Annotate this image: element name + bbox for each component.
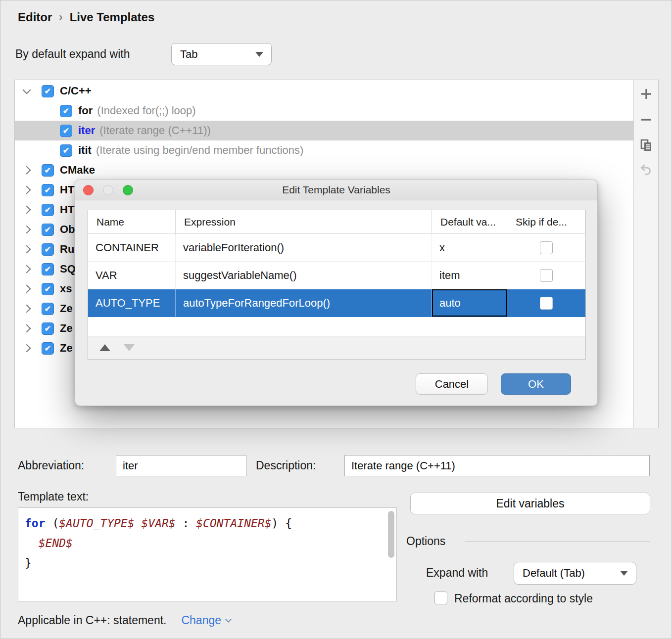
edit-variables-button[interactable]: Edit variables — [410, 493, 650, 514]
cell-expression[interactable]: autoTypeForRangedForLoop() — [176, 289, 432, 317]
checkbox[interactable] — [42, 303, 54, 315]
cell-name[interactable]: AUTO_TYPE — [88, 289, 176, 317]
checkbox[interactable] — [42, 342, 54, 355]
column-header-expression[interactable]: Expression — [176, 210, 432, 233]
template-text-editor[interactable]: for ($AUTO_TYPE$ $VAR$ : $CONTAINER$) { … — [18, 507, 397, 601]
chevron-down-icon[interactable] — [23, 86, 31, 94]
tree-row-group[interactable]: C/C++ — [15, 81, 633, 101]
cell-name[interactable]: VAR — [88, 262, 176, 289]
scrollbar-thumb[interactable] — [388, 511, 394, 558]
cell-expression[interactable]: suggestVariableName() — [176, 262, 432, 289]
tree-group-label: Ru — [60, 243, 74, 256]
dialog-title: Edit Template Variables — [282, 184, 390, 196]
tree-group-label: HT — [60, 183, 74, 196]
column-header-name[interactable]: Name — [88, 210, 176, 233]
cancel-button[interactable]: Cancel — [416, 373, 488, 395]
live-templates-settings-page: Editor › Live Templates By default expan… — [0, 0, 672, 639]
tree-group-label: HT — [60, 203, 74, 216]
breadcrumb-separator: › — [59, 11, 62, 24]
applicable-text: Applicable in C++: statement. — [18, 614, 166, 627]
cell-default-value[interactable]: x — [432, 234, 507, 261]
cell-name[interactable]: CONTAINER — [88, 234, 176, 261]
tree-item-label: iter — [78, 124, 95, 137]
chevron-right-icon[interactable] — [23, 206, 31, 214]
chevron-right-icon[interactable] — [23, 245, 31, 254]
code-line: for ($AUTO_TYPE$ $VAR$ : $CONTAINER$) { — [25, 513, 396, 533]
chevron-right-icon[interactable] — [23, 285, 31, 293]
tree-item-description: (Indexed for(;;) loop) — [97, 104, 195, 117]
column-header-skip-if-defined[interactable]: Skip if de... — [507, 210, 585, 233]
move-down-icon[interactable] — [124, 344, 135, 351]
revert-icon[interactable] — [639, 163, 653, 177]
window-controls — [83, 180, 133, 200]
reformat-checkbox[interactable] — [434, 592, 447, 604]
chevron-right-icon[interactable] — [23, 324, 31, 333]
tree-group-label: Ze — [60, 322, 73, 335]
close-icon[interactable] — [83, 185, 94, 195]
checkbox[interactable] — [42, 263, 54, 275]
chevron-down-icon[interactable] — [225, 616, 232, 623]
move-up-icon[interactable] — [99, 344, 110, 351]
cell-default-value-focused[interactable]: auto — [432, 289, 507, 317]
table-row[interactable]: VAR suggestVariableName() item — [88, 262, 585, 289]
checkbox[interactable] — [42, 85, 54, 97]
tree-row-template[interactable]: for (Indexed for(;;) loop) — [15, 101, 633, 121]
description-input[interactable]: Iterate range (C++11) — [344, 455, 650, 476]
chevron-right-icon[interactable] — [23, 166, 31, 175]
skip-if-defined-checkbox[interactable] — [540, 241, 553, 254]
tree-item-label: itit — [78, 144, 92, 157]
tree-group-label: xs — [60, 282, 72, 295]
table-row[interactable]: CONTAINER variableForIteration() x — [88, 234, 585, 262]
minimize-icon[interactable] — [103, 185, 113, 195]
checkbox[interactable] — [60, 144, 72, 157]
ok-button[interactable]: OK — [501, 373, 571, 395]
skip-if-defined-checkbox[interactable] — [540, 297, 553, 310]
default-expand-label: By default expand with — [15, 47, 130, 61]
add-icon[interactable] — [639, 87, 653, 101]
tree-item-description: (Iterate using begin/end member function… — [96, 144, 303, 157]
tree-row-template[interactable]: itit (Iterate using begin/end member fun… — [15, 140, 633, 160]
change-link[interactable]: Change — [181, 614, 221, 627]
edit-template-variables-dialog: Edit Template Variables Name Expression … — [75, 180, 598, 406]
cell-default-value[interactable]: item — [432, 262, 507, 289]
expand-with-label: Expand with — [426, 566, 488, 580]
checkbox[interactable] — [42, 322, 54, 335]
chevron-right-icon[interactable] — [23, 226, 31, 234]
chevron-right-icon[interactable] — [23, 265, 31, 274]
expand-with-value: Default (Tab) — [523, 567, 585, 580]
checkbox[interactable] — [42, 243, 54, 256]
checkbox[interactable] — [60, 125, 72, 137]
tree-toolbar — [633, 80, 658, 428]
breadcrumb-editor[interactable]: Editor — [18, 10, 52, 24]
checkbox[interactable] — [60, 105, 72, 117]
table-row-selected[interactable]: AUTO_TYPE autoTypeForRangedForLoop() aut… — [88, 289, 585, 317]
cell-expression[interactable]: variableForIteration() — [176, 234, 432, 261]
options-header: Options — [406, 535, 445, 548]
checkbox[interactable] — [42, 164, 54, 177]
zoom-icon[interactable] — [123, 185, 133, 195]
abbreviation-input[interactable]: iter — [116, 455, 246, 476]
chevron-down-icon — [620, 571, 628, 576]
tree-group-label: Ob — [60, 223, 75, 236]
checkbox[interactable] — [42, 283, 54, 295]
duplicate-icon[interactable] — [639, 138, 653, 152]
checkbox[interactable] — [42, 224, 54, 236]
tree-row-group[interactable]: CMake — [15, 160, 633, 180]
chevron-right-icon[interactable] — [23, 186, 31, 194]
code-line: $END$ — [25, 533, 396, 553]
chevron-right-icon[interactable] — [23, 344, 31, 353]
table-header-row: Name Expression Default va... Skip if de… — [88, 210, 585, 234]
expand-with-select[interactable]: Default (Tab) — [514, 562, 636, 585]
breadcrumb-live-templates: Live Templates — [70, 10, 155, 24]
chevron-right-icon[interactable] — [23, 305, 31, 313]
remove-icon[interactable] — [639, 113, 653, 127]
checkbox[interactable] — [42, 184, 54, 196]
tree-row-template-selected[interactable]: iter (Iterate range (C++11)) — [15, 121, 633, 140]
column-header-default-value[interactable]: Default va... — [432, 210, 507, 233]
skip-if-defined-checkbox[interactable] — [540, 269, 553, 282]
dialog-titlebar[interactable]: Edit Template Variables — [75, 180, 597, 200]
options-divider — [465, 541, 650, 542]
checkbox[interactable] — [42, 204, 54, 216]
tree-group-label: Ze — [60, 342, 73, 355]
default-expand-select[interactable]: Tab — [171, 43, 272, 65]
